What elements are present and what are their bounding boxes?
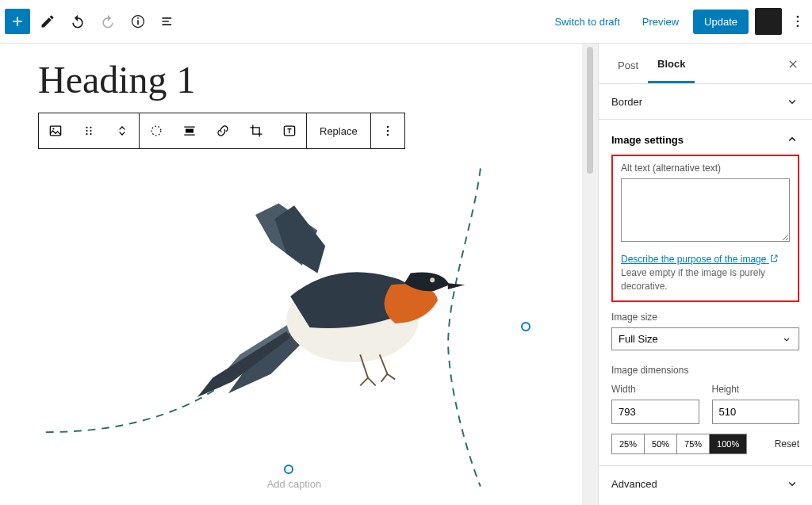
chevron-down-icon [785,94,799,109]
describe-purpose-link[interactable]: Describe the purpose of the image [621,254,779,265]
info-button[interactable] [125,9,151,34]
link-button[interactable] [206,113,239,148]
panel-advanced-label: Advanced [611,478,657,490]
caption-input[interactable]: Add caption [267,478,322,490]
close-sidebar-button[interactable] [782,59,804,72]
image-size-label: Image size [611,312,799,323]
top-toolbar-left [5,9,181,34]
top-toolbar-right: Switch to draft Preview Update [546,8,807,35]
scale-50[interactable]: 50% [644,434,676,453]
image-size-select[interactable]: Full Size [611,327,799,350]
block-more-button[interactable] [371,113,404,148]
gear-icon [760,13,776,29]
scale-100[interactable]: 100% [709,434,746,453]
text-overlay-icon [282,123,297,139]
svg-point-8 [86,127,87,128]
svg-point-3 [797,16,799,18]
pencil-icon [40,13,56,29]
resize-handle-bottom[interactable] [284,465,293,474]
svg-point-18 [386,130,389,132]
svg-point-5 [797,25,799,28]
panel-border[interactable]: Border [599,84,812,120]
top-toolbar: Switch to draft Preview Update [0,0,812,44]
alt-text-label: Alt text (alternative text) [621,163,790,174]
panel-image-settings: Image settings Alt text (alternative tex… [599,120,812,466]
chevron-down-icon [785,476,799,491]
dimensions-row: Width Height [611,384,799,424]
crop-button[interactable] [239,113,273,148]
tab-block[interactable]: Block [648,47,695,83]
tab-post[interactable]: Post [608,48,648,82]
chevrons-vertical-icon [114,123,130,139]
scale-row: 25% 50% 75% 100% Reset [611,434,799,454]
undo-icon [70,13,86,29]
duotone-button[interactable] [140,113,173,148]
svg-rect-2 [137,17,139,19]
alt-help-text: Describe the purpose of the image Leave … [621,253,790,293]
switch-to-draft-button[interactable]: Switch to draft [546,11,627,33]
chevron-up-icon [785,132,799,147]
height-input[interactable] [712,400,800,424]
settings-toggle[interactable] [755,8,782,35]
block-type-button[interactable] [39,113,72,148]
undo-button[interactable] [65,9,90,34]
redo-button[interactable] [95,9,121,34]
align-icon [182,123,197,139]
svg-point-12 [86,133,87,135]
main-area: Heading 1 Replace [0,44,812,505]
crop-icon [248,123,264,139]
block-toolbar: Replace [38,113,405,149]
replace-button[interactable]: Replace [307,113,370,148]
svg-point-13 [90,133,91,135]
link-icon [215,123,231,139]
svg-point-7 [52,128,54,129]
svg-point-4 [797,21,799,23]
more-menu-button[interactable] [788,9,807,34]
scale-group: 25% 50% 75% 100% [611,434,747,454]
page-title[interactable]: Heading 1 [38,58,550,101]
alt-text-section: Alt text (alternative text) Describe the… [611,155,799,302]
more-vertical-icon [380,123,396,139]
move-button[interactable] [105,113,139,148]
resize-handle-right[interactable] [521,322,530,331]
image-icon [48,123,63,139]
chevron-down-icon [781,334,792,345]
redo-icon [100,13,116,29]
scale-75[interactable]: 75% [676,434,709,453]
scale-25[interactable]: 25% [612,434,644,453]
svg-point-14 [151,126,161,136]
image-block[interactable]: Add caption [38,149,550,490]
panel-image-settings-label: Image settings [611,134,684,146]
close-icon [787,59,799,70]
panel-advanced[interactable]: Advanced [599,466,812,501]
editor-canvas-wrapper: Heading 1 Replace [0,44,598,505]
alt-text-input[interactable] [621,178,790,242]
svg-point-11 [90,130,91,132]
panel-image-settings-toggle[interactable]: Image settings [611,126,799,155]
svg-point-19 [386,134,389,136]
text-over-image-button[interactable] [273,113,306,148]
align-button[interactable] [173,113,206,148]
image-content [38,157,550,498]
list-icon [160,13,176,29]
settings-sidebar: Post Block Border Image settings Alt tex… [598,44,812,505]
external-link-icon [769,254,779,263]
width-input[interactable] [611,400,699,424]
info-icon [130,13,146,29]
add-block-button[interactable] [5,9,30,34]
edit-button[interactable] [35,9,60,34]
editor-canvas[interactable]: Heading 1 Replace [0,44,582,505]
reset-dimensions-button[interactable]: Reset [775,438,799,450]
sidebar-tabs: Post Block [599,44,812,84]
preview-button[interactable]: Preview [634,11,687,33]
scrollbar[interactable] [587,47,593,174]
width-label: Width [611,384,699,395]
update-button[interactable]: Update [693,10,749,34]
dimensions-label: Image dimensions [611,365,799,376]
height-label: Height [712,384,800,395]
svg-point-9 [90,127,91,128]
drag-handle-button[interactable] [72,113,105,148]
panel-border-label: Border [611,96,642,108]
outline-button[interactable] [155,9,181,34]
drag-icon [81,123,97,139]
